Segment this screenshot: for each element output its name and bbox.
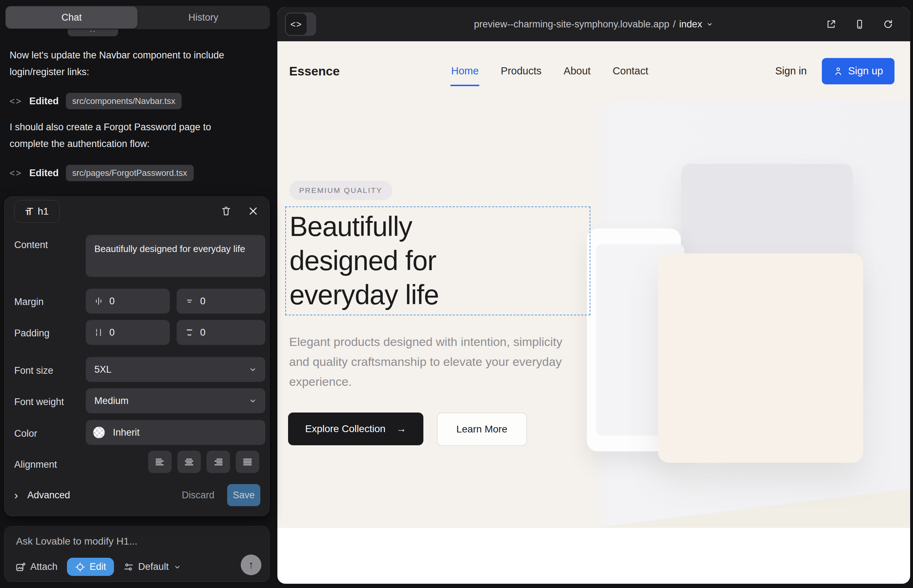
padding-x-field[interactable]: 0 [86, 320, 170, 345]
discard-button[interactable]: Discard [181, 490, 214, 501]
preview-browser: <> preview--charming-site-symphony.lovab… [277, 7, 910, 584]
nav-contact[interactable]: Contact [613, 65, 648, 77]
close-editor-button[interactable] [245, 203, 261, 219]
open-external-button[interactable] [823, 16, 839, 32]
sign-up-button[interactable]: Sign up [822, 58, 895, 84]
edited-label: Edited [29, 96, 59, 107]
code-icon: <> [10, 168, 22, 178]
auth-actions: Sign in Sign up [775, 41, 895, 101]
sign-in-link[interactable]: Sign in [775, 65, 807, 77]
element-editor-panel: TT h1 Content Beautifully desi [4, 197, 270, 516]
padding-label: Padding [14, 328, 50, 339]
file-chip[interactable]: src/components/Navbar.tsx [66, 93, 181, 109]
alignment-group [148, 451, 259, 473]
font-size-select[interactable]: 5XL [86, 357, 265, 382]
align-left-button[interactable] [148, 451, 172, 473]
font-weight-value: Medium [94, 396, 129, 407]
site-nav: Home Products About Contact [451, 41, 648, 101]
padding-y-field[interactable]: 0 [176, 320, 265, 345]
margin-x-field[interactable]: 0 [86, 289, 170, 313]
send-button[interactable]: ↑ [241, 554, 261, 575]
attach-button[interactable]: Attach [15, 561, 58, 572]
trash-icon [220, 205, 232, 217]
code-icon: <> [10, 96, 22, 107]
hero-cta-row: Explore Collection → Learn More [288, 412, 527, 446]
hero-section: PREMIUM QUALITY Beautifully designed for… [277, 101, 910, 528]
align-center-icon [183, 456, 195, 468]
color-field[interactable]: Inherit [86, 420, 265, 445]
padding-x-value: 0 [109, 327, 115, 338]
refresh-button[interactable] [880, 16, 896, 32]
chat-message: I should also create a Forgot Password p… [10, 119, 241, 152]
tab-history[interactable]: History [138, 6, 269, 29]
hero-heading[interactable]: Beautifully designed for everyday life [290, 209, 524, 312]
editor-footer: › Advanced Discard Save [14, 484, 260, 507]
refresh-icon [883, 19, 894, 29]
chevron-down-icon [248, 365, 257, 374]
alignment-label: Alignment [14, 459, 57, 470]
align-right-icon [212, 456, 224, 468]
sliders-icon [123, 562, 134, 572]
content-input[interactable]: Beautifully designed for everyday life [86, 235, 265, 277]
delete-element-button[interactable] [218, 203, 234, 219]
color-swatch [93, 426, 105, 438]
target-icon [75, 562, 86, 572]
font-weight-label: Font weight [14, 396, 64, 407]
external-link-icon [826, 19, 837, 29]
browser-actions [823, 7, 896, 41]
learn-more-button[interactable]: Learn More [437, 412, 527, 446]
element-tag: h1 [38, 206, 49, 217]
padding-vertical-icon [185, 328, 194, 338]
site-logo[interactable]: Essence [289, 64, 340, 78]
browser-toolbar: <> preview--charming-site-symphony.lovab… [277, 7, 910, 41]
mobile-icon [854, 19, 865, 29]
margin-y-value: 0 [200, 296, 206, 307]
chat-message: Now let's update the Navbar component to… [10, 47, 241, 81]
mobile-preview-button[interactable] [852, 16, 868, 32]
prompt-composer: Attach Edit [4, 526, 270, 582]
url-bar[interactable]: preview--charming-site-symphony.lovable.… [277, 7, 910, 41]
chevron-down-icon [706, 20, 714, 28]
user-icon [833, 66, 843, 76]
nav-products[interactable]: Products [501, 65, 541, 77]
hero-card-cream [658, 254, 863, 463]
prompt-input[interactable] [16, 536, 251, 547]
nav-about[interactable]: About [564, 65, 591, 77]
app-window: ·· Chat History Now let's update the Nav… [0, 0, 913, 588]
margin-x-value: 0 [109, 296, 115, 307]
font-weight-select[interactable]: Medium [86, 388, 265, 413]
align-center-button[interactable] [177, 451, 201, 473]
font-size-value: 5XL [94, 364, 112, 375]
hero-paragraph: Elegant products designed with intention… [289, 332, 570, 391]
color-value: Inherit [113, 427, 139, 438]
url-separator: / [673, 19, 676, 30]
chevron-right-icon: › [14, 489, 18, 502]
advanced-toggle[interactable]: Advanced [28, 490, 70, 501]
align-left-icon [154, 456, 165, 468]
tab-chat[interactable]: Chat [6, 6, 138, 29]
model-default-button[interactable]: Default [123, 561, 181, 572]
close-icon [248, 206, 259, 216]
edited-file-row: <> Edited src/pages/ForgotPassword.tsx [10, 165, 194, 181]
sidebar-tabs: Chat History [5, 6, 270, 29]
edited-file-row: <> Edited src/components/Navbar.tsx [10, 92, 181, 110]
file-chip[interactable]: src/pages/ForgotPassword.tsx [66, 165, 194, 181]
content-label: Content [14, 239, 48, 250]
explore-collection-button[interactable]: Explore Collection → [288, 412, 423, 445]
selected-element-outline[interactable]: Beautifully designed for everyday life [285, 207, 590, 315]
url-path: index [679, 19, 702, 30]
selected-element-pill[interactable]: TT h1 [14, 200, 60, 223]
edit-mode-button[interactable]: Edit [67, 558, 114, 576]
site-header: Essence Home Products About Contact Sign… [277, 41, 910, 101]
padding-y-value: 0 [200, 327, 206, 338]
attach-image-icon [15, 562, 26, 572]
arrow-up-icon: ↑ [249, 559, 254, 571]
nav-home[interactable]: Home [451, 65, 479, 77]
align-right-button[interactable] [207, 451, 230, 473]
save-button[interactable]: Save [227, 484, 260, 506]
align-justify-icon [242, 456, 253, 468]
edited-label: Edited [29, 168, 59, 179]
align-justify-button[interactable] [236, 451, 259, 473]
margin-y-field[interactable]: 0 [176, 289, 265, 313]
chevron-down-icon [248, 396, 257, 405]
